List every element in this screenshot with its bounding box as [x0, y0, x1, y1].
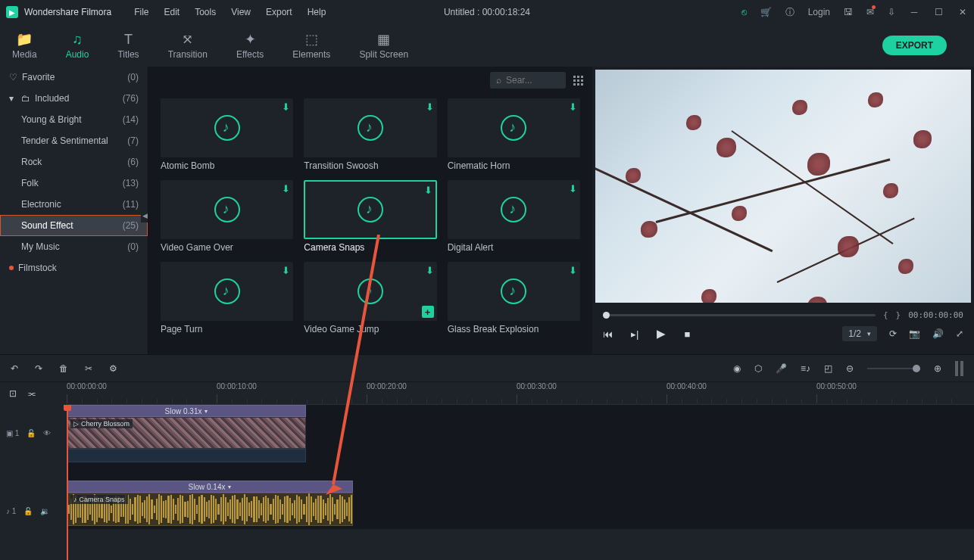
scrub-slider[interactable]: [603, 314, 876, 316]
display-icon[interactable]: ⟳: [889, 328, 897, 339]
tab-effects[interactable]: ✦Effects: [236, 31, 264, 60]
prev-frame-icon[interactable]: ⏮: [603, 328, 613, 340]
mark-in-icon[interactable]: {: [883, 310, 888, 320]
sidebar-favorite[interactable]: ♡Favorite(0): [0, 67, 148, 88]
preview-video[interactable]: [595, 70, 971, 303]
tab-splitscreen[interactable]: ▦Split Screen: [359, 31, 408, 60]
tab-media[interactable]: 📁Media: [12, 31, 37, 60]
asset-thumb[interactable]: ⬇: [161, 262, 293, 321]
view-grid-icon[interactable]: [573, 76, 583, 86]
cart-icon[interactable]: 🛒: [760, 7, 772, 17]
asset-thumb[interactable]: ⬇: [304, 98, 436, 157]
download-icon[interactable]: ⬇: [426, 101, 434, 113]
sidebar-filmstock[interactable]: Filmstock: [0, 257, 148, 278]
video-audio-clip[interactable]: [67, 449, 306, 462]
page-selector[interactable]: 1/2▾: [842, 326, 877, 341]
zoom-slider[interactable]: [867, 368, 920, 369]
stop-icon[interactable]: ■: [684, 328, 690, 340]
video-speed-bar[interactable]: Slow 0.31x▾: [67, 405, 306, 417]
mixer-icon[interactable]: ≡♪: [801, 363, 810, 374]
menu-view[interactable]: View: [231, 7, 251, 17]
sidebar-electronic[interactable]: Electronic(11): [0, 194, 148, 215]
search-input[interactable]: ⌕: [490, 72, 566, 89]
mic-icon[interactable]: 🎤: [776, 363, 787, 374]
headset-icon[interactable]: ⎋: [741, 7, 747, 17]
asset-thumb[interactable]: ⬇: [161, 98, 293, 157]
fullscreen-icon[interactable]: ⤢: [956, 328, 963, 339]
close-icon[interactable]: ✕: [957, 7, 968, 17]
mail-icon[interactable]: ✉: [866, 7, 874, 17]
crop-icon[interactable]: ◰: [824, 363, 832, 374]
asset-thumb[interactable]: ⬇: [304, 180, 436, 239]
settings-icon[interactable]: ⚙: [109, 363, 117, 374]
download-icon[interactable]: ⬇: [282, 265, 290, 276]
download-icon[interactable]: ⬇: [569, 183, 577, 194]
save-icon[interactable]: 🖫: [844, 7, 853, 17]
lock-icon[interactable]: 🔓: [23, 507, 33, 515]
maximize-icon[interactable]: ☐: [933, 7, 944, 17]
zoom-out-icon[interactable]: ⊖: [846, 363, 854, 374]
step-back-icon[interactable]: ▸|: [631, 328, 638, 340]
pause-view-icon[interactable]: [955, 361, 963, 376]
zoom-in-icon[interactable]: ⊕: [934, 363, 941, 374]
undo-icon[interactable]: ↶: [11, 363, 18, 374]
snapshot-icon[interactable]: 📷: [909, 328, 920, 339]
speaker-icon[interactable]: 🔉: [40, 507, 49, 515]
asset-thumb[interactable]: ⬇: [161, 180, 293, 239]
transition-icon: ⤧: [182, 31, 193, 48]
play-icon[interactable]: ▶: [657, 327, 666, 341]
sidebar-folk[interactable]: Folk(13): [0, 173, 148, 194]
menu-help[interactable]: Help: [307, 7, 326, 17]
sidebar-sound-effect[interactable]: Sound Effect(25): [0, 215, 148, 236]
video-clip[interactable]: ▷Cherry Blossom: [67, 417, 306, 449]
collapse-sidebar-icon[interactable]: ◀: [141, 209, 148, 222]
tab-titles[interactable]: TTitles: [117, 31, 139, 60]
download-icon[interactable]: ⬇: [426, 265, 434, 276]
sidebar-my-music[interactable]: My Music(0): [0, 236, 148, 257]
timeline-ruler[interactable]: 00:00:00:0000:00:10:0000:00:20:0000:00:3…: [67, 382, 974, 405]
delete-icon[interactable]: 🗑: [59, 363, 68, 374]
audio-speed-bar[interactable]: Slow 0.14x▾: [67, 481, 353, 493]
title-bar: ▶ Wondershare Filmora File Edit Tools Vi…: [0, 0, 974, 24]
sidebar-tender[interactable]: Tender & Sentimental(7): [0, 130, 148, 151]
video-track-head[interactable]: ▣ 1🔓👁: [0, 417, 67, 449]
download-icon[interactable]: ⬇: [282, 183, 290, 194]
download-icon[interactable]: ⇩: [888, 7, 895, 17]
audio-track-head[interactable]: ♪ 1🔓🔉: [0, 493, 67, 529]
download-icon[interactable]: ⬇: [569, 265, 577, 276]
download-icon[interactable]: ⬇: [569, 101, 577, 113]
eye-icon[interactable]: 👁: [43, 429, 51, 437]
info-icon[interactable]: ⓘ: [785, 6, 794, 19]
playhead[interactable]: [67, 405, 68, 560]
asset-thumb[interactable]: ⬇+: [304, 262, 436, 321]
login-link[interactable]: Login: [808, 7, 830, 17]
export-button[interactable]: EXPORT: [882, 36, 947, 55]
menu-file[interactable]: File: [134, 7, 148, 17]
minimize-icon[interactable]: ─: [909, 7, 919, 17]
asset-thumb[interactable]: ⬇: [448, 180, 580, 239]
cut-icon[interactable]: ✂: [85, 363, 92, 374]
audio-clip[interactable]: ♪Camera Snaps: [67, 493, 353, 526]
sidebar-young-bright[interactable]: Young & Bright(14): [0, 109, 148, 130]
tab-audio[interactable]: ♫Audio: [66, 31, 89, 60]
download-icon[interactable]: ⬇: [282, 101, 290, 113]
asset-thumb[interactable]: ⬇: [448, 98, 580, 157]
menu-tools[interactable]: Tools: [195, 7, 216, 17]
tab-transition[interactable]: ⤧Transition: [168, 31, 208, 60]
render-icon[interactable]: ◉: [733, 363, 741, 374]
redo-icon[interactable]: ↷: [35, 363, 42, 374]
sidebar-included[interactable]: ▾🗀Included(76): [0, 88, 148, 109]
add-icon[interactable]: +: [422, 306, 434, 318]
link-icon[interactable]: ⫘: [27, 388, 36, 399]
mark-out-icon[interactable]: }: [896, 310, 901, 320]
fit-width-icon[interactable]: ⊡: [9, 388, 17, 399]
download-icon[interactable]: ⬇: [424, 185, 432, 196]
menu-export[interactable]: Export: [266, 7, 292, 17]
sidebar-rock[interactable]: Rock(6): [0, 151, 148, 173]
marker-icon[interactable]: ⬡: [754, 363, 762, 374]
volume-icon[interactable]: 🔊: [932, 328, 944, 339]
tab-elements[interactable]: ⬚Elements: [292, 31, 330, 60]
menu-edit[interactable]: Edit: [164, 7, 180, 17]
lock-icon[interactable]: 🔓: [27, 429, 36, 437]
asset-thumb[interactable]: ⬇: [448, 262, 580, 321]
